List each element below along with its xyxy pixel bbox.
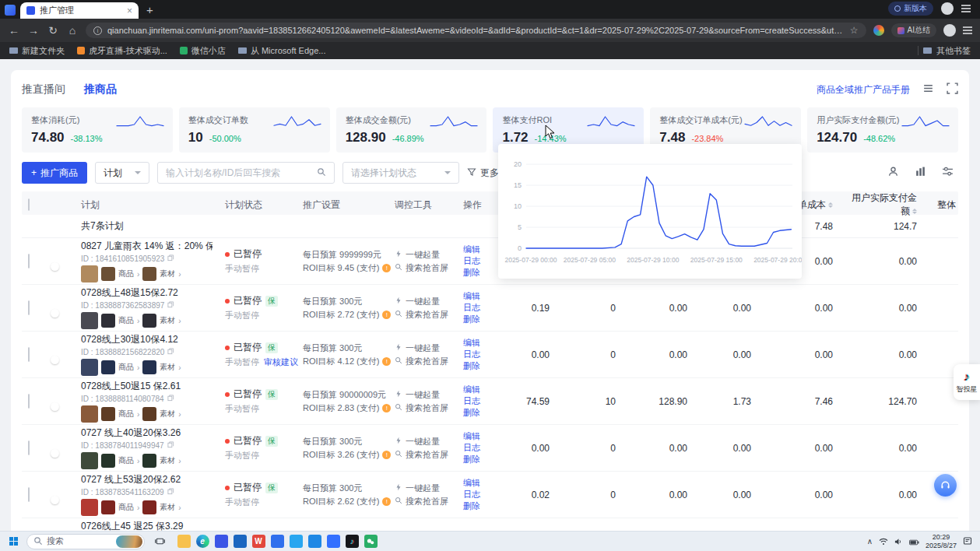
start-button-icon[interactable]: [9, 537, 18, 546]
product-thumbnail[interactable]: [81, 499, 98, 516]
forward-icon[interactable]: →: [27, 24, 40, 37]
tray-expand-icon[interactable]: ∧: [867, 537, 873, 546]
product-thumbnail[interactable]: [81, 405, 98, 423]
row-checkbox[interactable]: [28, 300, 30, 315]
search-screen-tool[interactable]: 搜索抢首屏: [395, 355, 451, 368]
teams-app-icon[interactable]: [212, 532, 230, 550]
account-avatar[interactable]: [943, 24, 956, 37]
material-link[interactable]: 素材: [160, 502, 175, 513]
bookmark-item-1[interactable]: 虎牙直播-技术驱动...: [77, 45, 167, 57]
search-screen-tool[interactable]: 搜索抢首屏: [395, 448, 451, 462]
product-thumbnail[interactable]: [81, 452, 98, 469]
plan-title[interactable]: 0727 线上40退20保3.26: [81, 426, 213, 440]
action-link-日志[interactable]: 日志: [463, 255, 491, 267]
copy-icon[interactable]: [167, 488, 174, 497]
refresh-icon[interactable]: ↻: [47, 24, 59, 37]
action-link-日志[interactable]: 日志: [463, 442, 491, 454]
plan-status-select[interactable]: 请选择计划状态: [342, 162, 459, 184]
extension-icon[interactable]: [873, 25, 884, 36]
browser-profile-avatar[interactable]: [941, 2, 954, 15]
action-link-删除[interactable]: 删除: [463, 500, 491, 512]
wps-app-icon[interactable]: W: [249, 532, 268, 550]
list-settings-icon[interactable]: [922, 82, 934, 97]
home-icon[interactable]: ⌂: [66, 24, 79, 37]
taskbar-clock[interactable]: 20:29 2025/8/27: [926, 533, 957, 550]
product-link[interactable]: 商品: [118, 268, 134, 279]
product-thumbnail[interactable]: [101, 407, 115, 421]
plan-title[interactable]: 0728线上50退15 保2.61: [81, 380, 213, 393]
action-link-编辑[interactable]: 编辑: [463, 477, 491, 489]
ai-summary-button[interactable]: AI总结: [891, 23, 936, 37]
bookmark-item-3[interactable]: 从 Microsoft Edge...: [238, 45, 326, 57]
material-thumbnail[interactable]: [142, 454, 156, 468]
action-link-日志[interactable]: 日志: [463, 395, 491, 407]
copy-icon[interactable]: [167, 301, 174, 310]
row-checkbox[interactable]: [28, 487, 30, 502]
action-link-删除[interactable]: 删除: [463, 407, 491, 419]
battery-icon[interactable]: [909, 535, 919, 549]
product-link[interactable]: 商品: [118, 455, 134, 466]
edge-browser-icon[interactable]: e: [193, 532, 212, 550]
one-key-boost-tool[interactable]: 一键起量: [395, 342, 451, 355]
bookmark-item-2[interactable]: 微信小店: [180, 45, 226, 57]
task-view-icon[interactable]: [150, 532, 169, 550]
column-settings-icon[interactable]: [942, 166, 954, 181]
stat-card-2[interactable]: 整体成交金额(元)128.90-46.89%: [336, 107, 487, 153]
action-link-删除[interactable]: 删除: [463, 454, 491, 465]
material-thumbnail[interactable]: [142, 314, 156, 328]
add-promotion-button[interactable]: + 推广商品: [22, 162, 87, 184]
action-link-日志[interactable]: 日志: [463, 349, 491, 360]
zhitouxing-widget[interactable]: ♪ 智投星: [954, 364, 980, 400]
product-thumbnail[interactable]: [81, 312, 98, 329]
product-thumbnail[interactable]: [81, 265, 98, 283]
address-bar[interactable]: i qianchuan.jinritemai.com/uni-prom?aavi…: [86, 23, 866, 38]
action-link-删除[interactable]: 删除: [463, 360, 491, 372]
browser-tab[interactable]: 推广管理 ×: [20, 2, 139, 19]
wifi-icon[interactable]: [879, 535, 888, 549]
select-all-checkbox[interactable]: [28, 198, 30, 211]
material-thumbnail[interactable]: [142, 267, 156, 281]
new-version-badge[interactable]: 新版本: [888, 2, 933, 16]
one-key-boost-tool[interactable]: 一键起量: [395, 435, 451, 448]
one-key-boost-tool[interactable]: 一键起量: [395, 248, 451, 261]
product-link[interactable]: 商品: [118, 315, 134, 326]
plan-title[interactable]: 0728线上30退10保4.12: [81, 333, 213, 346]
search-screen-tool[interactable]: 搜索抢首屏: [395, 402, 451, 415]
copy-icon[interactable]: [167, 348, 174, 356]
sort-icon[interactable]: [912, 206, 917, 216]
search-screen-tool[interactable]: 搜索抢首屏: [395, 495, 451, 508]
back-icon[interactable]: ←: [8, 24, 20, 37]
tab-live-room[interactable]: 推直播间: [22, 82, 65, 97]
fullscreen-icon[interactable]: [947, 82, 958, 97]
copy-icon[interactable]: [167, 254, 174, 263]
row-checkbox[interactable]: [28, 394, 30, 409]
product-link[interactable]: 商品: [118, 362, 134, 373]
row-checkbox[interactable]: [28, 347, 30, 362]
volume-icon[interactable]: [894, 535, 903, 549]
new-tab-button[interactable]: +: [146, 3, 153, 16]
plan-title[interactable]: 0827 儿童雨衣 14% 返：20% 保：9.92: [81, 240, 213, 253]
bookmark-item-0[interactable]: 新建文件夹: [9, 45, 65, 57]
row-checkbox[interactable]: [28, 440, 30, 455]
sort-icon[interactable]: [828, 200, 833, 210]
search-icon[interactable]: [317, 166, 326, 180]
material-thumbnail[interactable]: [142, 500, 156, 514]
column-chart-icon[interactable]: [915, 166, 926, 181]
window-menu-icon[interactable]: [961, 8, 971, 9]
browser-menu-icon[interactable]: [963, 30, 972, 31]
product-manual-link[interactable]: 商品全域推广产品手册: [817, 83, 910, 97]
outlook-app-icon[interactable]: [230, 532, 249, 550]
lark-app-icon[interactable]: [324, 532, 342, 550]
action-link-日志[interactable]: 日志: [463, 489, 491, 500]
plan-type-select[interactable]: 计划: [95, 162, 149, 184]
browser-app-icon[interactable]: [305, 532, 324, 550]
row-checkbox[interactable]: [28, 254, 30, 268]
product-thumbnail[interactable]: [101, 454, 115, 468]
wechat-app-icon[interactable]: [361, 532, 380, 550]
copy-icon[interactable]: [167, 441, 174, 450]
action-link-日志[interactable]: 日志: [463, 302, 491, 314]
search-screen-tool[interactable]: 搜索抢首屏: [395, 308, 451, 321]
tab-close-icon[interactable]: ×: [127, 5, 132, 16]
search-highlight-image[interactable]: [116, 535, 142, 548]
action-link-编辑[interactable]: 编辑: [463, 430, 491, 442]
